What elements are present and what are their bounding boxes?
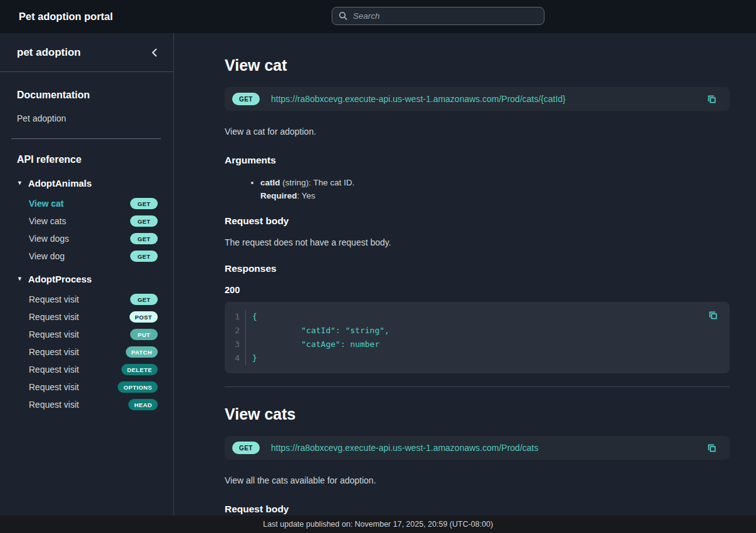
portal-title: Pet adoption portal: [19, 11, 113, 23]
endpoint-url-bar: GET https://ra8obxcevg.execute-api.us-we…: [225, 87, 730, 111]
api-name: pet adoption: [17, 46, 81, 59]
sidebar-item-label: Request visit: [29, 294, 79, 304]
argument-required-value: : Yes: [297, 191, 315, 200]
api-group-adoptprocess: ▼AdoptProcessRequest visitGETRequest vis…: [0, 271, 173, 413]
search-icon: [339, 11, 348, 21]
sidebar-collapse-button[interactable]: [148, 46, 161, 60]
copy-icon: [708, 310, 718, 321]
operation-view-cats: View cats GET https://ra8obxcevg.execute…: [225, 405, 730, 515]
method-badge: GET: [130, 233, 158, 244]
sidebar-item-view-dog-get[interactable]: View dogGET: [0, 247, 173, 265]
operation-view-cat: View cat GET https://ra8obxcevg.execute-…: [225, 56, 730, 373]
method-badge: GET: [232, 442, 260, 454]
sidebar-item-label: Request visit: [29, 329, 79, 339]
line-number: 3: [225, 338, 246, 351]
sidebar-item-label: Request visit: [29, 312, 79, 322]
line-number: 1: [225, 310, 246, 324]
sidebar-item-view-dogs-get[interactable]: View dogsGET: [0, 230, 173, 247]
argument-required-label: Required: [260, 191, 297, 200]
code-text: "catId": "string",: [246, 324, 389, 338]
method-badge: GET: [130, 251, 158, 262]
method-badge: PUT: [130, 329, 158, 340]
code-text: "catAge": number: [246, 338, 380, 351]
copy-code-button[interactable]: [707, 309, 720, 322]
code-text: {: [246, 310, 257, 324]
sidebar-item-view-cat-get[interactable]: View catGET: [0, 195, 173, 212]
code-line: 4}: [225, 351, 720, 365]
api-reference-groups: ▼AdoptAnimalsView catGETView catsGETView…: [0, 175, 173, 413]
chevron-left-icon: [151, 48, 158, 57]
request-body-heading: Request body: [225, 215, 730, 227]
sidebar-item-request-visit-put[interactable]: Request visitPUT: [0, 326, 173, 343]
sidebar-item-request-visit-get[interactable]: Request visitGET: [0, 291, 173, 308]
request-body-text: The request does not have a request body…: [225, 237, 730, 249]
method-badge: GET: [130, 198, 158, 209]
method-badge: PATCH: [126, 346, 158, 358]
api-reference-section: API reference ▼AdoptAnimalsView catGETVi…: [0, 154, 173, 413]
code-line: 2 "catId": "string",: [225, 324, 720, 338]
sidebar-item-pet-adoption[interactable]: Pet adoption: [0, 111, 173, 126]
operation-title: View cats: [225, 405, 730, 423]
sidebar-item-label: Request visit: [29, 382, 79, 392]
search-input[interactable]: [353, 11, 538, 21]
method-badge: DELETE: [121, 364, 158, 375]
endpoint-url[interactable]: https://ra8obxcevg.execute-api.us-west-1…: [271, 94, 694, 104]
sidebar-item-label: View cat: [29, 199, 64, 209]
group-toggle-adoptanimals[interactable]: ▼AdoptAnimals: [0, 175, 173, 191]
operation-description: View all the cats available for adoption…: [225, 475, 730, 487]
main-content: View cat GET https://ra8obxcevg.execute-…: [174, 33, 756, 515]
sidebar-item-label: View cats: [29, 216, 66, 226]
sidebar-item-label: View dog: [29, 251, 64, 261]
documentation-heading: Documentation: [0, 90, 173, 101]
group-label: AdoptAnimals: [28, 178, 92, 189]
code-line: 1{: [225, 310, 720, 324]
search-box[interactable]: [332, 7, 544, 25]
method-badge: HEAD: [128, 399, 158, 410]
operation-description: View a cat for adoption.: [225, 126, 730, 138]
group-label: AdoptProcess: [28, 274, 92, 284]
sidebar-item-request-visit-post[interactable]: Request visitPOST: [0, 308, 173, 326]
copy-icon: [707, 443, 717, 453]
sidebar-divider: [11, 138, 161, 139]
copy-url-button[interactable]: [705, 442, 718, 455]
method-badge: GET: [232, 93, 260, 105]
documentation-section: Documentation Pet adoption: [0, 90, 173, 126]
sidebar-item-label: Request visit: [29, 365, 79, 375]
operation-title: View cat: [225, 56, 730, 75]
last-update-text: Last update published on: November 17, 2…: [263, 520, 493, 529]
sidebar-body: Documentation Pet adoption API reference…: [0, 72, 173, 420]
sidebar-item-request-visit-options[interactable]: Request visitOPTIONS: [0, 378, 173, 396]
method-badge: GET: [130, 215, 158, 227]
sidebar: pet adoption Documentation Pet adoption …: [0, 33, 174, 515]
copy-icon: [707, 94, 717, 105]
responses-heading: Responses: [225, 262, 730, 274]
caret-down-icon: ▼: [17, 180, 23, 186]
top-bar: Pet adoption portal: [0, 0, 756, 33]
sidebar-item-label: View dogs: [29, 234, 69, 244]
argument-name: catId: [260, 178, 280, 187]
arguments-heading: Arguments: [225, 154, 730, 166]
line-number: 4: [225, 351, 246, 365]
sidebar-item-request-visit-delete[interactable]: Request visitDELETE: [0, 361, 173, 378]
footer: Last update published on: November 17, 2…: [0, 515, 756, 533]
response-code-block: 1{2 "catId": "string",3 "catAge": number…: [225, 302, 730, 373]
group-toggle-adoptprocess[interactable]: ▼AdoptProcess: [0, 271, 173, 287]
argument-item: catId (string): The cat ID. Required: Ye…: [260, 176, 730, 202]
sidebar-item-request-visit-head[interactable]: Request visitHEAD: [0, 396, 173, 413]
method-badge: GET: [130, 294, 158, 305]
request-body-heading: Request body: [225, 503, 730, 515]
method-badge: POST: [130, 311, 158, 323]
response-status-code: 200: [225, 284, 730, 296]
endpoint-url[interactable]: https://ra8obxcevg.execute-api.us-west-1…: [271, 443, 694, 453]
copy-url-button[interactable]: [705, 93, 718, 106]
api-group-adoptanimals: ▼AdoptAnimalsView catGETView catsGETView…: [0, 175, 173, 265]
sidebar-item-label: Request visit: [29, 347, 79, 357]
code-lines: 1{2 "catId": "string",3 "catAge": number…: [225, 310, 720, 365]
arguments-list: catId (string): The cat ID. Required: Ye…: [225, 176, 730, 202]
code-line: 3 "catAge": number: [225, 338, 720, 351]
sidebar-item-view-cats-get[interactable]: View catsGET: [0, 212, 173, 230]
sidebar-item-request-visit-patch[interactable]: Request visitPATCH: [0, 343, 173, 361]
api-reference-heading: API reference: [0, 154, 173, 165]
method-badge: OPTIONS: [118, 381, 158, 393]
endpoint-url-bar: GET https://ra8obxcevg.execute-api.us-we…: [225, 436, 730, 460]
